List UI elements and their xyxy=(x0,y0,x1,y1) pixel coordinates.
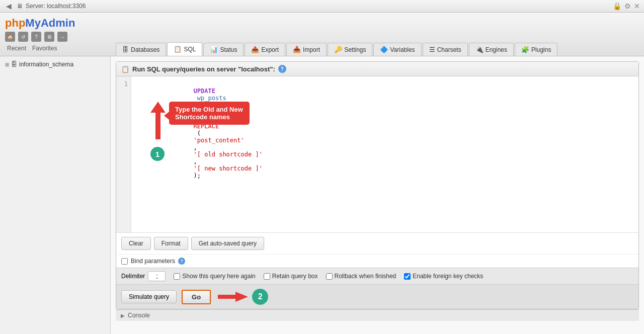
tab-databases[interactable]: 🗄 Databases xyxy=(116,43,166,56)
tab-charsets-label: Charsets xyxy=(437,46,461,53)
import-icon: 📥 xyxy=(293,46,301,53)
status-icon: 📊 xyxy=(210,46,218,53)
sql-panel-header: 📋 Run SQL query/queries on server "local… xyxy=(116,62,638,76)
console-label: Console xyxy=(128,312,150,319)
tab-engines[interactable]: 🔌 Engines xyxy=(469,43,514,56)
server-icon: 🖥 xyxy=(17,3,23,10)
equals: = xyxy=(194,116,205,123)
reload-icon[interactable]: ↺ xyxy=(18,32,28,42)
help-icon[interactable]: ? xyxy=(31,32,41,42)
column-name: 'post_content' xyxy=(194,109,248,116)
autosave-button[interactable]: Get auto-saved query xyxy=(191,237,264,250)
logo-icons: 🏠 ↺ ? ⚙ → xyxy=(5,32,116,42)
tab-import-label: Import xyxy=(303,46,320,53)
tab-status[interactable]: 📊 Status xyxy=(203,43,244,56)
sql-panel-icon: 📋 xyxy=(121,65,129,73)
logo-area: phpMyAdmin 🏠 ↺ ? ⚙ → Recent Favorites xyxy=(5,17,116,56)
tab-import[interactable]: 📥 Import xyxy=(286,43,327,56)
tab-variables[interactable]: 🔷 Variables xyxy=(373,43,421,56)
close-icon[interactable]: ✕ xyxy=(634,2,640,10)
step2-number: 2 xyxy=(252,289,268,305)
home-icon[interactable]: 🏠 xyxy=(5,32,15,42)
logo-php: php xyxy=(5,17,25,29)
bind-params-help-icon[interactable]: ? xyxy=(178,258,185,265)
nav-back-button[interactable]: ◀ xyxy=(4,2,14,10)
clear-button[interactable]: Clear xyxy=(121,237,151,250)
sql-panel-title: Run SQL query/queries on server "localho… xyxy=(132,65,275,73)
delimiter-input[interactable] xyxy=(148,271,166,281)
tab-databases-label: Databases xyxy=(131,46,159,53)
tab-export[interactable]: 📤 Export xyxy=(245,43,285,56)
plugins-icon: 🧩 xyxy=(521,46,529,53)
tab-plugins[interactable]: 🧩 Plugins xyxy=(515,43,557,56)
show-query-label[interactable]: Show this query here again xyxy=(174,273,255,280)
server-label: Server: localhost:3306 xyxy=(26,3,86,10)
variables-icon: 🔷 xyxy=(380,46,388,53)
show-query-checkbox[interactable] xyxy=(174,273,180,280)
foreign-key-text: Enable foreign key checks xyxy=(413,273,483,280)
rollback-label[interactable]: Rollback when finished xyxy=(326,273,396,280)
bind-params-checkbox[interactable] xyxy=(121,258,128,265)
charsets-icon: ☰ xyxy=(429,46,435,53)
step2-arrow-icon xyxy=(218,291,248,303)
recent-favorites-bar: Recent Favorites xyxy=(5,44,116,53)
engines-icon: 🔌 xyxy=(475,46,484,53)
logout-icon[interactable]: → xyxy=(57,32,67,42)
comma2: , xyxy=(194,158,201,165)
buttons-row: Clear Format Get auto-saved query xyxy=(116,232,638,254)
recent-button[interactable]: Recent xyxy=(5,44,28,53)
keyword-update: UPDATE xyxy=(194,88,215,95)
rollback-text: Rollback when finished xyxy=(335,273,396,280)
foreign-key-label[interactable]: Enable foreign key checks xyxy=(404,273,483,280)
arg3: '[ new shortcode ]' xyxy=(194,165,263,172)
key-icon: 🔑 xyxy=(334,46,342,53)
tab-charsets[interactable]: ☰ Charsets xyxy=(423,43,468,56)
svg-marker-0 xyxy=(218,292,248,302)
table-name: wp_posts xyxy=(194,95,230,102)
tab-plugins-label: Plugins xyxy=(531,46,551,53)
paren-open: ( xyxy=(194,130,201,137)
tab-sql[interactable]: 📋 SQL xyxy=(167,42,202,56)
go-button[interactable]: Go xyxy=(182,290,211,304)
settings-icon[interactable]: ⚙ xyxy=(624,2,631,10)
line-number-1: 1 xyxy=(119,80,128,88)
line-numbers: 1 xyxy=(116,76,131,232)
bind-params-row: Bind parameters ? xyxy=(116,254,638,268)
config-icon[interactable]: ⚙ xyxy=(44,32,54,42)
app-header: phpMyAdmin 🏠 ↺ ? ⚙ → Recent Favorites 🗄 … xyxy=(0,13,644,56)
logo-myadmin: MyAdmin xyxy=(25,17,75,29)
content-area: 📋 Run SQL query/queries on server "local… xyxy=(111,56,644,334)
retain-query-label[interactable]: Retain query box xyxy=(264,273,318,280)
tab-engines-label: Engines xyxy=(486,46,507,53)
tab-sql-label: SQL xyxy=(184,46,196,53)
code-editor[interactable]: 1 UPDATE wp_posts SET 'post_content' = R… xyxy=(116,76,638,232)
code-editor-wrapper: 1 UPDATE wp_posts SET 'post_content' = R… xyxy=(116,76,638,232)
step2-annotation: 2 xyxy=(218,289,268,305)
simulate-query-button[interactable]: Simulate query xyxy=(121,290,177,303)
app-wrapper: ◀ 🖥 Server: localhost:3306 🔒 ⚙ ✕ phpMyAd… xyxy=(0,0,644,334)
tab-settings[interactable]: 🔑 Settings xyxy=(328,43,372,56)
paren-close: ); xyxy=(194,172,201,179)
sidebar-db-label: information_schema xyxy=(19,61,73,68)
sql-line-1: UPDATE wp_posts SET 'post_content' = REP… xyxy=(135,80,634,186)
format-button[interactable]: Format xyxy=(154,237,188,250)
delimiter-group: Delimiter xyxy=(121,271,166,281)
nav-tabs: 🗄 Databases 📋 SQL 📊 Status 📤 Export 📥 Im… xyxy=(116,42,639,56)
sql-panel-help-icon[interactable]: ? xyxy=(278,65,286,73)
sql-panel: 📋 Run SQL query/queries on server "local… xyxy=(116,61,639,309)
code-content[interactable]: UPDATE wp_posts SET 'post_content' = REP… xyxy=(131,76,638,232)
show-query-text: Show this query here again xyxy=(182,273,255,280)
keyword-set: SET xyxy=(194,102,205,109)
rollback-checkbox[interactable] xyxy=(326,273,333,280)
action-row: Simulate query Go 2 xyxy=(116,284,638,309)
console-expand-icon: ▶ xyxy=(121,313,125,318)
expand-icon: ⊞ xyxy=(5,62,9,67)
lock-icon: 🔒 xyxy=(613,2,621,10)
tab-settings-label: Settings xyxy=(344,46,366,53)
tab-variables-label: Variables xyxy=(390,46,415,53)
retain-query-checkbox[interactable] xyxy=(264,273,270,280)
favorites-button[interactable]: Favorites xyxy=(30,44,59,53)
sidebar-item-information-schema[interactable]: ⊞ 🗄 information_schema xyxy=(3,59,107,69)
console-bar[interactable]: ▶ Console xyxy=(116,309,639,321)
foreign-key-checkbox[interactable] xyxy=(404,273,411,280)
